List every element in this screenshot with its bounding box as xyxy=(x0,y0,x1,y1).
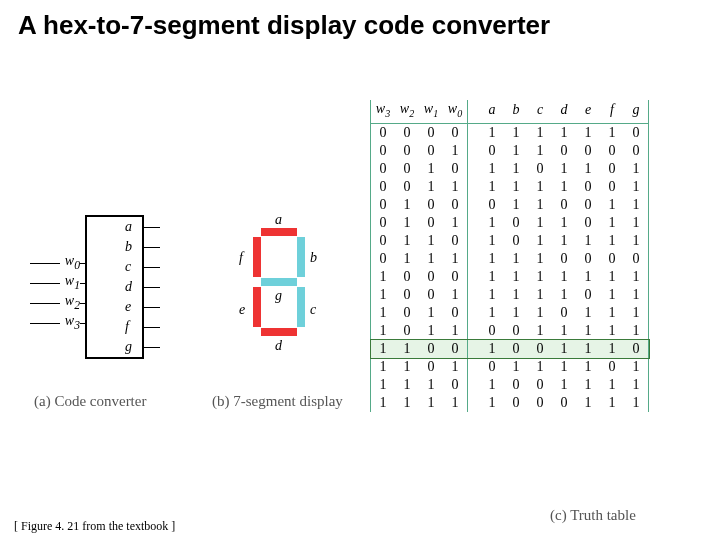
truth-table: w3w2w1w0abcdefg 000011111100001011000000… xyxy=(370,100,649,412)
tt-row: 11001001110 xyxy=(371,340,649,358)
tt-row: 00010110000 xyxy=(371,142,649,160)
segment-d-label: d xyxy=(275,338,282,354)
tt-row: 10110011111 xyxy=(371,322,649,340)
tt-row: 00101101101 xyxy=(371,160,649,178)
output-e-wire xyxy=(142,307,160,308)
input-w0-stub xyxy=(80,263,87,264)
output-c-wire xyxy=(142,267,160,268)
output-a-label: a xyxy=(125,219,132,235)
tt-header-d: d xyxy=(552,100,576,123)
output-b-label: b xyxy=(125,239,132,255)
output-f-wire xyxy=(142,327,160,328)
tt-row: 01111110000 xyxy=(371,250,649,268)
slide-title: A hex-to-7-segment display code converte… xyxy=(0,0,720,45)
tt-row: 01000110011 xyxy=(371,196,649,214)
tt-row: 10011111011 xyxy=(371,286,649,304)
input-w3-wire xyxy=(30,323,60,324)
output-b-wire xyxy=(142,247,160,248)
segment-c xyxy=(297,287,305,327)
output-g-wire xyxy=(142,347,160,348)
tt-header-w1: w1 xyxy=(419,100,443,123)
tt-row: 00001111110 xyxy=(371,123,649,142)
converter-box xyxy=(85,215,144,359)
tt-row: 11111000111 xyxy=(371,394,649,412)
tt-header-g: g xyxy=(624,100,649,123)
tt-header-a: a xyxy=(480,100,504,123)
caption-b: (b) 7-segment display xyxy=(212,393,343,410)
segment-e xyxy=(253,287,261,327)
caption-a: (a) Code converter xyxy=(34,393,146,410)
output-g-label: g xyxy=(125,339,132,355)
tt-row: 10001111111 xyxy=(371,268,649,286)
input-w0-wire xyxy=(30,263,60,264)
input-w1-stub xyxy=(80,283,87,284)
tt-row: 00111111001 xyxy=(371,178,649,196)
tt-header-e: e xyxy=(576,100,600,123)
segment-c-label: c xyxy=(310,302,316,318)
seven-segment-display: a f b g e c d xyxy=(235,220,335,370)
input-w2-wire xyxy=(30,303,60,304)
figure-citation: [ Figure 4. 21 from the textbook ] xyxy=(14,519,175,534)
segment-b-label: b xyxy=(310,250,317,266)
segment-d xyxy=(261,328,297,336)
tt-header-b: b xyxy=(504,100,528,123)
tt-header-w2: w2 xyxy=(395,100,419,123)
segment-b xyxy=(297,237,305,277)
segment-a xyxy=(261,228,297,236)
output-c-label: c xyxy=(125,259,131,275)
segment-g xyxy=(261,278,297,286)
input-w1-wire xyxy=(30,283,60,284)
output-e-label: e xyxy=(125,299,131,315)
tt-header-f: f xyxy=(600,100,624,123)
code-converter-diagram: w0 w1 w2 w3 a b c d e f g xyxy=(30,215,190,365)
output-d-wire xyxy=(142,287,160,288)
segment-a-label: a xyxy=(275,212,282,228)
input-w3-stub xyxy=(80,323,87,324)
output-f-label: f xyxy=(125,319,129,335)
segment-f-label: f xyxy=(239,250,243,266)
tt-header-c: c xyxy=(528,100,552,123)
segment-e-label: e xyxy=(239,302,245,318)
segment-g-label: g xyxy=(275,288,282,304)
tt-row: 10101110111 xyxy=(371,304,649,322)
tt-header-w0: w0 xyxy=(443,100,468,123)
segment-f xyxy=(253,237,261,277)
tt-row: 11101001111 xyxy=(371,376,649,394)
tt-row: 11010111101 xyxy=(371,358,649,376)
tt-header-w3: w3 xyxy=(371,100,396,123)
content-area: w0 w1 w2 w3 a b c d e f g (a) Code conve… xyxy=(0,45,720,505)
tt-row: 01101011111 xyxy=(371,232,649,250)
input-w2-stub xyxy=(80,303,87,304)
tt-row: 01011011011 xyxy=(371,214,649,232)
caption-c: (c) Truth table xyxy=(550,507,636,524)
output-a-wire xyxy=(142,227,160,228)
output-d-label: d xyxy=(125,279,132,295)
